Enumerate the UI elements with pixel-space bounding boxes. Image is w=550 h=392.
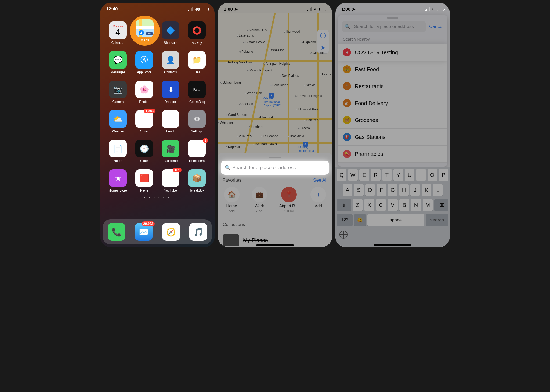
globe-icon[interactable] [339, 231, 348, 239]
key-w[interactable]: W [348, 169, 358, 181]
app-photos[interactable]: 🌸Photos [132, 81, 156, 104]
gmail-icon[interactable]: ✉1,883 [135, 110, 153, 128]
app-settings[interactable]: ⚙Settings [185, 110, 209, 133]
sheet-grabber[interactable] [387, 17, 398, 19]
maps-bottom-sheet[interactable]: 🔍 Search for a place or address Favorite… [218, 153, 332, 247]
reminders-icon[interactable]: ⋮1 [188, 140, 206, 157]
key-i[interactable]: I [416, 169, 426, 181]
igeeksblog-icon[interactable]: iGB [188, 81, 206, 98]
favorite-home[interactable]: 🏠HomeAdd [224, 187, 240, 213]
weather-icon[interactable]: ⛅ [109, 110, 127, 128]
key-f[interactable]: F [377, 184, 386, 196]
music-app-icon[interactable]: 🎵 [189, 223, 207, 241]
nearby-food-delivery[interactable]: 🍽Food Delivery [338, 95, 447, 112]
key-k[interactable]: K [422, 184, 431, 196]
key-t[interactable]: T [382, 169, 392, 181]
key-delete[interactable]: ⌫ [434, 199, 448, 211]
settings-icon[interactable]: ⚙ [188, 110, 206, 128]
key-shift[interactable]: ⇧ [337, 199, 351, 211]
app-weather[interactable]: ⛅Weather [106, 110, 130, 133]
facetime-icon[interactable]: 🎥 [162, 140, 179, 157]
key-h[interactable]: H [399, 184, 409, 196]
home-indicator[interactable] [256, 244, 294, 246]
app-contacts[interactable]: 👤Contacts [159, 51, 182, 74]
search-input[interactable]: 🔍 Search for a place or address [342, 21, 426, 32]
favorite-work[interactable]: 💼WorkAdd [252, 187, 267, 213]
favorite-add[interactable]: ＋Add [310, 187, 326, 213]
news-icon[interactable]: 🟥 [135, 169, 153, 187]
key-j[interactable]: J [410, 184, 420, 196]
maps-app-icon[interactable]: 280 [136, 19, 154, 37]
itunes-store-icon[interactable]: ★ [109, 169, 127, 187]
key-s[interactable]: S [354, 184, 364, 196]
app-youtube[interactable]: ▶161YouTube [159, 169, 182, 192]
nearby-pharmacies[interactable]: 💊Pharmacies [338, 146, 447, 163]
nearby-gas-stations[interactable]: ⛽Gas Stations [338, 129, 447, 146]
key-q[interactable]: Q [337, 169, 346, 181]
key-e[interactable]: E [359, 169, 369, 181]
youtube-icon[interactable]: ▶161 [162, 169, 179, 187]
page-dots[interactable]: • • • • • • • • [100, 196, 215, 199]
activity-icon[interactable]: ⭕ [188, 21, 206, 39]
app-news[interactable]: 🟥News [132, 169, 156, 192]
see-all-link[interactable]: See All [313, 178, 327, 183]
key-p[interactable]: P [439, 169, 448, 181]
maps-app-highlight[interactable]: 280 Maps [130, 16, 160, 46]
calendar-app-icon[interactable]: Monday4 [109, 21, 127, 39]
app-gmail[interactable]: ✉1,883Gmail [132, 110, 156, 133]
camera-icon[interactable]: 📷 [109, 81, 127, 98]
contacts-icon[interactable]: 👤 [162, 51, 179, 69]
app-health[interactable]: ❤Health [159, 110, 182, 133]
search-field[interactable]: 🔍 Search for a place or address [222, 161, 328, 174]
tweakbox-icon[interactable]: 📦 [188, 169, 206, 187]
nearby-fast-food[interactable]: 🍔Fast Food [338, 61, 447, 78]
app-clock[interactable]: 🕘Clock [132, 140, 156, 163]
files-icon[interactable]: 📁 [188, 51, 206, 69]
app-itunes-store[interactable]: ★iTunes Store [106, 169, 130, 192]
key-r[interactable]: R [371, 169, 381, 181]
map-info-button[interactable]: ⓘ [317, 30, 329, 42]
sheet-grabber[interactable] [269, 157, 281, 158]
key-space[interactable]: space [367, 214, 424, 226]
app-app-store[interactable]: ⒶApp Store [132, 51, 156, 74]
app-activity[interactable]: ⭕Activity [185, 21, 209, 45]
app-dropbox[interactable]: ⬇Dropbox [159, 81, 182, 104]
app-notes[interactable]: 📄Notes [106, 140, 130, 163]
key-v[interactable]: V [388, 199, 398, 211]
dropbox-icon[interactable]: ⬇ [162, 81, 179, 98]
nearby-groceries[interactable]: 🧺Groceries [338, 112, 447, 129]
nearby-restaurants[interactable]: 🍴Restaurants [338, 78, 447, 95]
key-d[interactable]: D [365, 184, 375, 196]
health-icon[interactable]: ❤ [162, 110, 179, 128]
clock-icon[interactable]: 🕘 [135, 140, 153, 157]
messages-icon[interactable]: 💬 [109, 51, 127, 69]
key-b[interactable]: B [399, 199, 410, 211]
key-l[interactable]: L [433, 184, 443, 196]
map-canvas[interactable]: ⓘ ➤ ✈ O'Hare International Airport (ORD)… [218, 13, 332, 164]
key-x[interactable]: X [364, 199, 374, 211]
key-search[interactable]: search [426, 214, 448, 226]
favorite-airport-r-[interactable]: 📍Airport R...1.0 mi [279, 187, 299, 213]
notes-icon[interactable]: 📄 [109, 140, 127, 157]
key-emoji[interactable]: 😀 [354, 214, 366, 226]
app-camera[interactable]: 📷Camera [106, 81, 130, 104]
photos-icon[interactable]: 🌸 [135, 81, 153, 98]
app-tweakbox[interactable]: 📦TweakBox [185, 169, 209, 192]
safari-app-icon[interactable]: 🧭 [162, 223, 180, 241]
key-n[interactable]: N [411, 199, 421, 211]
key-y[interactable]: Y [393, 169, 403, 181]
key-o[interactable]: O [428, 169, 437, 181]
key-a[interactable]: A [343, 184, 352, 196]
key-z[interactable]: Z [353, 199, 363, 211]
mail-app-icon[interactable]: ✉️ 29,932 [135, 223, 153, 241]
app-facetime[interactable]: 🎥FaceTime [159, 140, 182, 163]
key-u[interactable]: U [405, 169, 414, 181]
key-m[interactable]: M [423, 199, 433, 211]
key-c[interactable]: C [376, 199, 386, 211]
home-indicator[interactable] [374, 244, 411, 246]
app-messages[interactable]: 💬Messages [106, 51, 130, 74]
phone-app-icon[interactable]: 📞 [108, 223, 125, 241]
nearby-covid-19-testing[interactable]: ✱COVID-19 Testing [338, 44, 447, 61]
app-store-icon[interactable]: Ⓐ [135, 51, 153, 69]
key-123[interactable]: 123 [337, 214, 353, 226]
